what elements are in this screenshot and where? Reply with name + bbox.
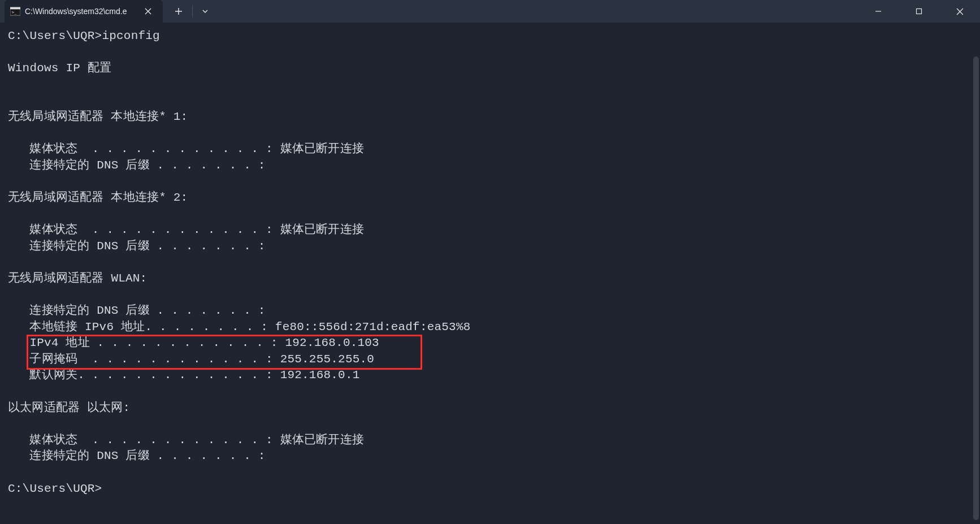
divider <box>192 5 193 18</box>
adapter3-dns: 连接特定的 DNS 后缀 . . . . . . . : <box>8 304 266 317</box>
adapter3-gateway: 默认网关. . . . . . . . . . . . . : 192.168.… <box>8 369 360 382</box>
adapter4-media: 媒体状态 . . . . . . . . . . . . : 媒体已断开连接 <box>8 434 364 447</box>
adapter1-media: 媒体状态 . . . . . . . . . . . . : 媒体已断开连接 <box>8 142 364 155</box>
svg-text:>_: >_ <box>12 10 17 15</box>
terminal-area[interactable]: C:\Users\UQR>ipconfig Windows IP 配置 无线局域… <box>0 23 980 524</box>
adapter2-title: 无线局域网适配器 本地连接* 2: <box>8 191 188 204</box>
minimize-button[interactable] <box>858 0 899 23</box>
adapter3-title: 无线局域网适配器 WLAN: <box>8 272 147 285</box>
prompt-line: C:\Users\UQR> <box>8 482 102 495</box>
scrollbar[interactable] <box>973 57 979 520</box>
adapter2-dns: 连接特定的 DNS 后缀 . . . . . . . : <box>8 240 266 253</box>
adapter4-dns: 连接特定的 DNS 后缀 . . . . . . . : <box>8 449 266 462</box>
titlebar[interactable]: >_ C:\Windows\system32\cmd.e <box>0 0 980 23</box>
adapter3-ipv6: 本地链接 IPv6 地址. . . . . . . . : fe80::556d… <box>8 321 471 334</box>
new-tab-button[interactable] <box>166 0 191 23</box>
adapter3-subnet: 子网掩码 . . . . . . . . . . . . : 255.255.2… <box>8 353 374 366</box>
tab-active[interactable]: >_ C:\Windows\system32\cmd.e <box>5 0 163 23</box>
adapter4-title: 以太网适配器 以太网: <box>8 401 130 414</box>
adapter3-ipv4: IPv4 地址 . . . . . . . . . . . . : 192.16… <box>8 336 379 349</box>
tab-title: C:\Windows\system32\cmd.e <box>25 7 136 16</box>
adapter1-title: 无线局域网适配器 本地连接* 1: <box>8 110 188 123</box>
prompt-line: C:\Users\UQR>ipconfig <box>8 29 160 42</box>
adapter2-media: 媒体状态 . . . . . . . . . . . . : 媒体已断开连接 <box>8 223 364 236</box>
terminal-output: C:\Users\UQR>ipconfig Windows IP 配置 无线局域… <box>8 28 972 497</box>
svg-rect-3 <box>917 9 922 14</box>
ip-config-header: Windows IP 配置 <box>8 62 111 75</box>
tab-close-button[interactable] <box>140 3 156 19</box>
tab-dropdown-button[interactable] <box>194 0 216 23</box>
adapter1-dns: 连接特定的 DNS 后缀 . . . . . . . : <box>8 159 266 172</box>
maximize-button[interactable] <box>899 0 939 23</box>
cmd-icon: >_ <box>10 7 20 16</box>
terminal-window: >_ C:\Windows\system32\cmd.e <box>0 0 980 524</box>
window-controls <box>858 0 980 23</box>
close-button[interactable] <box>939 0 980 23</box>
